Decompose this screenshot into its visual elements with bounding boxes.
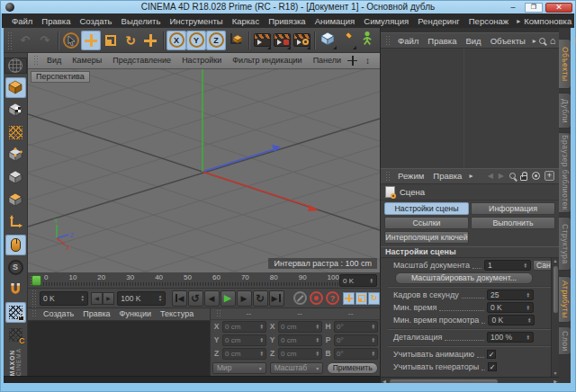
record-scale-toggle[interactable] (356, 292, 367, 305)
menu-render[interactable]: Рендеринг (413, 16, 464, 26)
tab-project-settings[interactable]: Настройки сцены (384, 202, 469, 215)
render-settings-button[interactable] (292, 31, 311, 50)
menu-snap[interactable]: Привязка (264, 16, 310, 26)
menu-select[interactable]: Выделить (117, 16, 166, 26)
vertical-scrollbar[interactable]: ▲ ▼ (551, 258, 559, 378)
tab-referencing[interactable]: Ссылки (384, 217, 469, 229)
material-grip[interactable] (32, 309, 37, 318)
scene-object-row[interactable]: Сцена (381, 184, 559, 200)
scrollbar-thumb[interactable] (554, 266, 558, 313)
min-time-field[interactable]: 0 K▲▼ (487, 302, 534, 313)
menu-tools[interactable]: Инструменты (165, 16, 227, 26)
goto-start-button[interactable]: ◀ (172, 290, 187, 307)
record-rotation-toggle[interactable]: ↻ (368, 292, 380, 305)
lock-icon[interactable] (520, 175, 527, 181)
render-to-picture-viewer-button[interactable] (272, 31, 292, 50)
character-tools-button[interactable] (357, 31, 377, 50)
menu-create[interactable]: Создать (75, 16, 116, 26)
om-menu-file[interactable]: Файл (393, 36, 423, 46)
document-scale-field[interactable]: 1▲▼ (484, 260, 531, 271)
make-editable-button[interactable] (5, 77, 26, 98)
level-of-detail-field[interactable]: 100 %▲▼ (487, 332, 534, 343)
end-frame-field[interactable]: 100 K▲▼ (117, 291, 166, 306)
vp-menu-filter[interactable]: Фильтр индикации (227, 56, 307, 65)
tab-content-browser[interactable]: Браузер библиотек (559, 132, 572, 213)
tab-todo[interactable]: Выполнить (471, 217, 555, 229)
last-tool-button[interactable] (140, 31, 160, 50)
tab-info[interactable]: Информация (471, 202, 555, 215)
om-menu-edit[interactable]: Правка (423, 36, 461, 46)
rotation-p-field[interactable]: 0°▲▼ (334, 334, 378, 346)
am-menu-edit[interactable]: Правка (428, 171, 466, 181)
min-preview-time-field[interactable]: 0 K▲▼ (488, 315, 535, 325)
tab-attributes[interactable]: Атрибуты (559, 276, 572, 323)
vp-menu-cameras[interactable]: Камеры (67, 56, 107, 65)
scroll-down-icon[interactable]: ▼ (554, 370, 558, 377)
spinner-icon[interactable]: ▲▼ (158, 295, 162, 301)
position-z-field[interactable]: 0 cm▲▼ (222, 348, 266, 360)
more-menu-icon[interactable]: ▸ (530, 37, 539, 45)
more-menu-icon[interactable]: ▸ (466, 172, 475, 180)
undo-button[interactable]: ↶ (15, 31, 35, 50)
viewport-nav-button[interactable] (5, 235, 26, 255)
title-bar[interactable]: CINEMA 4D R18.028 Prime (RC - R18) - [До… (1, 1, 575, 13)
om-menu-objects[interactable]: Объекты (486, 36, 530, 46)
keying-help-button[interactable]: ? (326, 291, 339, 305)
frame-step-forward-button[interactable]: ▶ (103, 292, 114, 305)
unit-dropdown[interactable]: Санти (533, 260, 551, 271)
rotate-tool-button[interactable]: ↻ (121, 31, 140, 50)
record-button[interactable] (293, 291, 307, 305)
position-y-field[interactable]: 0 cm▲▼ (222, 334, 266, 346)
menu-simulate[interactable]: Симуляция (359, 16, 413, 26)
preview-end-field[interactable]: 0 K▲▼ (339, 274, 377, 287)
menu-mesh[interactable]: Каркас (228, 16, 265, 26)
om-search-icon[interactable] (539, 38, 545, 44)
scale-x-field[interactable]: 0 cm▲▼ (278, 321, 322, 333)
mat-menu-create[interactable]: Создать (39, 309, 78, 318)
maximize-button[interactable]: ❐ (525, 3, 543, 13)
spinner-icon[interactable]: ▲▼ (81, 295, 85, 301)
next-frame-button[interactable]: ▶ (237, 290, 252, 307)
snap-s-button[interactable]: S (5, 257, 26, 278)
magnet-snap-button[interactable] (5, 280, 26, 300)
mat-menu-edit[interactable]: Правка (78, 309, 114, 318)
frame-step-back-button[interactable]: ◀ (91, 292, 103, 305)
pan-view-icon[interactable] (346, 55, 358, 67)
coordinate-system-button[interactable] (226, 31, 246, 50)
material-list[interactable] (28, 321, 210, 376)
rotation-h-field[interactable]: 0°▲▼ (334, 321, 378, 333)
tab-layers[interactable]: Слои (559, 326, 572, 355)
tab-takes[interactable]: Дубли (559, 93, 572, 129)
points-mode-button[interactable] (5, 145, 26, 165)
menu-file[interactable]: Файл (7, 16, 37, 26)
vp-menu-view[interactable]: Вид (41, 56, 67, 65)
move-tool-button[interactable] (81, 31, 101, 50)
mesh-mode-button[interactable] (5, 122, 26, 143)
apply-button[interactable]: Применить (327, 362, 378, 374)
target-icon[interactable] (532, 172, 540, 180)
coord-mode-dropdown[interactable]: Масштаб▾ (270, 362, 324, 374)
lock-z-axis-button[interactable]: Z (206, 31, 226, 50)
palette-grip[interactable] (8, 55, 22, 56)
vp-menu-options[interactable]: Настройки (176, 56, 227, 65)
autokey-button[interactable] (310, 291, 323, 305)
tab-key-interpolation[interactable]: Интерполяция ключей (384, 231, 469, 244)
polygons-mode-button[interactable] (5, 190, 26, 210)
current-state-button[interactable] (5, 100, 26, 120)
live-selection-button[interactable] (61, 31, 81, 50)
toolbar-grip[interactable] (7, 31, 14, 49)
history-back-icon[interactable]: ◀ (488, 172, 494, 180)
add-primitive-button[interactable] (318, 31, 338, 50)
scroll-up-icon[interactable]: ▲ (554, 258, 558, 264)
scale-tool-button[interactable] (101, 31, 121, 50)
tab-structure[interactable]: Структура (559, 217, 572, 271)
am-search-icon[interactable] (509, 173, 516, 179)
use-animation-checkbox[interactable]: ✓ (487, 350, 496, 359)
viewport-menu-grip[interactable] (33, 55, 40, 66)
fps-field[interactable]: 25▲▼ (487, 290, 534, 300)
scale-y-field[interactable]: 0 cm▲▼ (278, 334, 322, 346)
render-view-button[interactable] (252, 31, 272, 50)
dolly-view-icon[interactable]: ↕ (362, 55, 374, 67)
section-header[interactable]: Настройки сцены (381, 246, 559, 258)
next-key-button[interactable]: ↻ (253, 290, 268, 307)
